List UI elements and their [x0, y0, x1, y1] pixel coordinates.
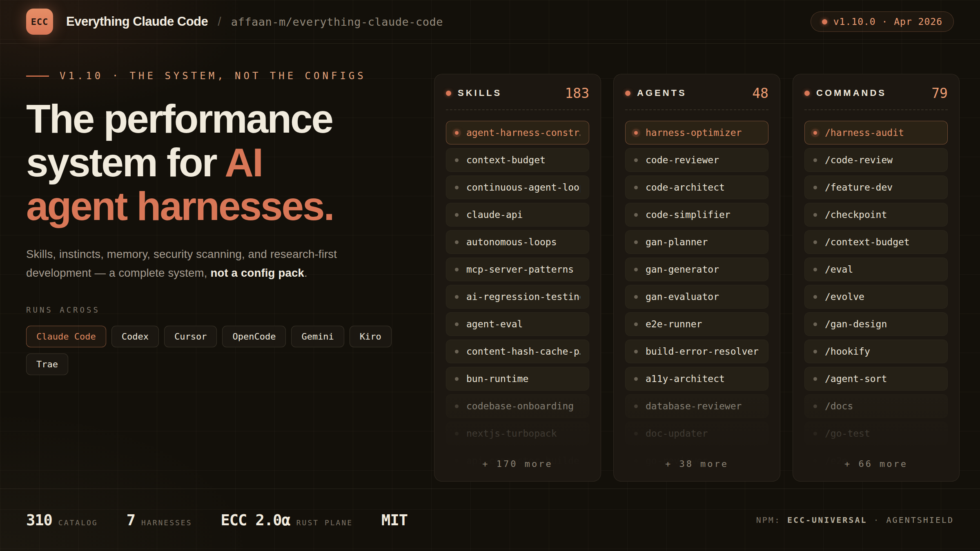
skills-item-agent-eval[interactable]: agent-eval: [446, 312, 589, 336]
commands-item-agent-sort[interactable]: /agent-sort: [804, 367, 948, 391]
skills-item-agent-harness-constr[interactable]: agent-harness-constr…: [446, 121, 589, 144]
item-label: nextjs-turbopack: [466, 428, 557, 439]
version-status-dot-icon: [822, 19, 827, 24]
item-dot-icon: [455, 131, 459, 135]
stat-catalog: 310 CATALOG: [26, 511, 98, 529]
panel-count: 183: [565, 85, 589, 101]
item-label: gan-generator: [646, 264, 719, 275]
skills-item-continuous-agent-loop[interactable]: continuous-agent-loop: [446, 176, 589, 199]
harness-chip-label: OpenCode: [232, 331, 276, 342]
skills-item-ai-regression-testing[interactable]: ai-regression-testing: [446, 285, 589, 309]
item-label: agent-eval: [466, 319, 523, 329]
stat-value: MIT: [381, 511, 408, 529]
harness-chip-label: Claude Code: [36, 331, 96, 342]
version-badge: v1.10.0 · Apr 2026: [811, 11, 954, 32]
item-dot-icon: [455, 350, 459, 353]
panel-item-list: /harness-audit /code-review /feature-dev…: [804, 121, 948, 473]
item-dot-icon: [634, 350, 638, 353]
skills-item-codebase-onboarding[interactable]: codebase-onboarding: [446, 394, 589, 418]
panel-title: SKILLS: [458, 88, 502, 98]
item-dot-icon: [634, 186, 638, 189]
agents-item-a11y-architect[interactable]: a11y-architect: [625, 367, 768, 391]
item-dot-icon: [455, 295, 459, 299]
item-dot-icon: [634, 404, 638, 408]
npm-package-name: ECC-UNIVERSAL: [787, 515, 867, 525]
agents-item-code-simplifier[interactable]: code-simplifier: [625, 203, 768, 227]
commands-item-context-budget[interactable]: /context-budget: [804, 230, 948, 254]
item-dot-icon: [455, 268, 459, 271]
agents-item-code-reviewer[interactable]: code-reviewer: [625, 148, 768, 172]
panel-skills: SKILLS 183 agent-harness-constr… context…: [434, 74, 601, 482]
agents-item-gan-planner[interactable]: gan-planner: [625, 230, 768, 254]
panel-commands: COMMANDS 79 /harness-audit /code-review …: [793, 74, 960, 482]
panel-count: 48: [752, 85, 768, 101]
skills-item-claude-api[interactable]: claude-api: [446, 203, 589, 227]
agents-item-harness-optimizer[interactable]: harness-optimizer: [625, 121, 768, 144]
commands-item-hookify[interactable]: /hookify: [804, 340, 948, 363]
npm-line: NPM: ECC-UNIVERSAL · AGENTSHIELD: [756, 515, 954, 525]
agents-item-gan-generator[interactable]: gan-generator: [625, 258, 768, 281]
item-dot-icon: [813, 377, 817, 381]
panel-more-link[interactable]: + 66 more: [793, 459, 959, 469]
panel-more-link[interactable]: + 38 more: [614, 459, 780, 469]
stat-value: 310: [26, 511, 52, 529]
harness-chip-label: Codex: [122, 331, 149, 342]
panel-status-dot-icon: [804, 91, 810, 96]
heading-line-2: system for AI: [26, 141, 418, 184]
footer-bar: 310 CATALOG 7 HARNESSES ECC 2.0α RUST PL…: [0, 489, 980, 551]
commands-item-checkpoint[interactable]: /checkpoint: [804, 203, 948, 227]
stat-label: RUST PLANE: [296, 518, 353, 527]
item-label: database-reviewer: [646, 401, 742, 411]
item-label: code-reviewer: [646, 155, 719, 165]
commands-item-harness-audit[interactable]: /harness-audit: [804, 121, 948, 144]
item-dot-icon: [634, 268, 638, 271]
agents-item-code-architect[interactable]: code-architect: [625, 176, 768, 199]
item-dot-icon: [634, 295, 638, 299]
item-dot-icon: [455, 432, 459, 435]
agents-item-database-reviewer[interactable]: database-reviewer: [625, 394, 768, 418]
commands-item-go-test[interactable]: /go-test: [804, 422, 948, 445]
agents-item-build-error-resolver[interactable]: build-error-resolver: [625, 340, 768, 363]
item-dot-icon: [813, 432, 817, 435]
panel-more-link[interactable]: + 170 more: [434, 459, 601, 469]
breadcrumb-separator: /: [218, 15, 221, 29]
npm-separator: ·: [874, 515, 880, 525]
agents-item-e2e-runner[interactable]: e2e-runner: [625, 312, 768, 336]
panel-divider: [804, 109, 948, 110]
skills-item-nextjs-turbopack[interactable]: nextjs-turbopack: [446, 422, 589, 445]
commands-item-code-review[interactable]: /code-review: [804, 148, 948, 172]
harness-chip-label: Trae: [36, 359, 58, 369]
skills-item-context-budget[interactable]: context-budget: [446, 148, 589, 172]
harness-chip-opencode[interactable]: OpenCode: [222, 326, 286, 347]
harness-chip-gemini[interactable]: Gemini: [291, 326, 344, 347]
harness-chip-claude-code[interactable]: Claude Code: [26, 326, 106, 347]
item-dot-icon: [455, 377, 459, 381]
item-label: mcp-server-patterns: [466, 264, 574, 275]
harness-chip-trae[interactable]: Trae: [26, 353, 68, 375]
skills-item-mcp-server-patterns[interactable]: mcp-server-patterns: [446, 258, 589, 281]
item-label: context-budget: [466, 155, 546, 165]
commands-item-eval[interactable]: /eval: [804, 258, 948, 281]
stat-harnesses: 7 HARNESSES: [127, 511, 192, 529]
commands-item-gan-design[interactable]: /gan-design: [804, 312, 948, 336]
panel-header: COMMANDS 79: [804, 84, 948, 102]
item-dot-icon: [813, 322, 817, 326]
commands-item-docs[interactable]: /docs: [804, 394, 948, 418]
item-label: harness-optimizer: [646, 127, 742, 138]
agents-item-doc-updater[interactable]: doc-updater: [625, 422, 768, 445]
item-label: gan-evaluator: [646, 291, 719, 302]
harness-chip-kiro[interactable]: Kiro: [350, 326, 392, 347]
agents-item-gan-evaluator[interactable]: gan-evaluator: [625, 285, 768, 309]
item-dot-icon: [455, 240, 459, 244]
item-label: code-architect: [646, 182, 725, 193]
harness-chip-cursor[interactable]: Cursor: [164, 326, 217, 347]
commands-item-evolve[interactable]: /evolve: [804, 285, 948, 309]
panel-status-dot-icon: [446, 91, 451, 96]
skills-item-bun-runtime[interactable]: bun-runtime: [446, 367, 589, 391]
repo-breadcrumb[interactable]: affaan-m/everything-claude-code: [231, 16, 443, 28]
stat-value: 7: [127, 511, 135, 529]
skills-item-autonomous-loops[interactable]: autonomous-loops: [446, 230, 589, 254]
harness-chip-codex[interactable]: Codex: [111, 326, 159, 347]
skills-item-content-hash-cache-p[interactable]: content-hash-cache-p…: [446, 340, 589, 363]
commands-item-feature-dev[interactable]: /feature-dev: [804, 176, 948, 199]
